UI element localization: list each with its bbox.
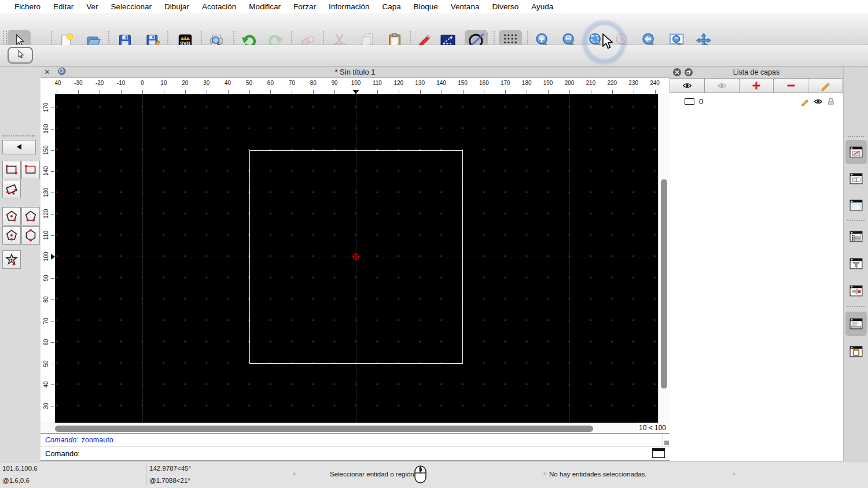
back-arrow-icon xyxy=(15,142,23,153)
menu-diverso[interactable]: Diverso xyxy=(486,2,525,11)
menu-acotacion[interactable]: Acotación xyxy=(196,2,242,11)
drawing-canvas[interactable] xyxy=(55,94,658,423)
menu-capa[interactable]: Capa xyxy=(376,2,407,11)
tool-polygon-2-vertices[interactable] xyxy=(21,207,40,225)
block-list-dock-button[interactable] xyxy=(845,167,867,191)
selection-filter-dock-button[interactable] xyxy=(845,252,867,276)
vruler-label: 110 xyxy=(43,231,49,240)
command-input[interactable]: Comando: xyxy=(41,446,670,461)
palette-back-button[interactable] xyxy=(2,140,36,154)
layer-visibility-eye-icon[interactable] xyxy=(814,97,823,106)
dock-drag-handle[interactable] xyxy=(848,136,864,138)
hruler-tick xyxy=(420,90,421,94)
tool-star[interactable] xyxy=(2,250,21,269)
hruler-label: 220 xyxy=(607,80,617,86)
palette-drag-handle[interactable] xyxy=(2,135,35,137)
menu-forzar[interactable]: Forzar xyxy=(287,2,322,11)
cursor-arrow-icon xyxy=(15,49,25,62)
command-window-toggle-button[interactable] xyxy=(652,448,665,458)
layer-list-window-icon xyxy=(848,145,864,160)
hruler-label: 10 xyxy=(160,80,167,86)
hruler-tick xyxy=(121,90,122,94)
layer-lock-icon[interactable] xyxy=(827,97,835,106)
hruler-tick xyxy=(442,90,442,94)
add-layer-button[interactable] xyxy=(739,78,774,93)
status-dot xyxy=(543,472,546,475)
layer-edit-pencil-icon[interactable] xyxy=(801,97,810,106)
clipboard-dock-button[interactable] xyxy=(845,339,867,364)
hruler-tick xyxy=(185,90,186,94)
vruler-label: 170 xyxy=(43,103,49,112)
remove-layer-button[interactable] xyxy=(773,78,808,93)
layer-row[interactable]: 0 xyxy=(670,95,843,107)
tool-rectangle-corner-size[interactable] xyxy=(21,161,40,179)
hruler-label: 120 xyxy=(393,80,403,86)
layer-list-dock-button[interactable] xyxy=(845,140,867,164)
vertical-scrollbar-thumb[interactable] xyxy=(661,179,667,389)
command-line-dock-button[interactable] xyxy=(845,312,867,336)
block-preview-dock-button[interactable] xyxy=(845,279,867,303)
tool-polygon-center-vertex[interactable] xyxy=(2,207,21,225)
hruler-label: -40 xyxy=(55,80,61,86)
hruler-tick xyxy=(569,90,570,94)
clipboard-window-icon xyxy=(848,344,864,360)
tool-rectangle-3-points[interactable] xyxy=(2,180,21,198)
menu-ventana[interactable]: Ventana xyxy=(444,2,486,11)
show-all-layers-button[interactable] xyxy=(670,78,705,93)
vruler-label: 90 xyxy=(43,273,49,283)
rectangle-corner-size-icon xyxy=(23,162,38,178)
menu-ver[interactable]: Ver xyxy=(80,2,104,11)
menu-ayuda[interactable]: Ayuda xyxy=(525,2,560,11)
vruler-label: 40 xyxy=(43,380,49,389)
hruler-label: 240 xyxy=(650,80,660,86)
edit-layer-button[interactable] xyxy=(808,78,843,93)
meta-grid-line xyxy=(142,94,143,423)
hruler-tick xyxy=(591,90,591,94)
horizontal-scrollbar-thumb[interactable] xyxy=(55,426,593,432)
panel-detach-icon[interactable] xyxy=(685,68,693,76)
entity-list-dock-button[interactable] xyxy=(845,224,867,249)
menu-dibujar[interactable]: Dibujar xyxy=(158,2,196,11)
star-icon xyxy=(4,252,19,267)
tool-polygon-vertex-vertex[interactable] xyxy=(21,226,40,245)
hruler-tick xyxy=(505,90,506,94)
hide-all-layers-button[interactable] xyxy=(704,78,740,93)
layer-panel-title: Lista de capas xyxy=(670,68,843,76)
vruler-label: 80 xyxy=(43,295,49,304)
hruler-label: -10 xyxy=(117,80,125,86)
eye-gray-icon xyxy=(717,81,727,90)
status-dot xyxy=(733,472,735,475)
library-browser-dock-button[interactable] xyxy=(845,193,867,217)
panel-close-icon[interactable] xyxy=(673,68,681,76)
vruler-label: 140 xyxy=(43,167,49,176)
vertical-scrollbar[interactable] xyxy=(658,94,670,423)
command-prompt-label: Comando: xyxy=(45,449,80,458)
menu-seleccionar[interactable]: Seleccionar xyxy=(105,2,159,11)
menu-editar[interactable]: Editar xyxy=(47,2,80,11)
current-tool-select-button[interactable] xyxy=(8,47,33,64)
command-history-scrollbar[interactable] xyxy=(663,433,670,446)
menu-bloque[interactable]: Bloque xyxy=(407,2,444,11)
mouse-cursor-arrow xyxy=(601,33,613,53)
tool-polygon-center-side[interactable] xyxy=(2,226,21,245)
menu-modificar[interactable]: Modificar xyxy=(242,2,287,11)
menu-fichero[interactable]: Fichero xyxy=(8,2,47,11)
hruler-tick xyxy=(228,90,229,94)
horizontal-ruler: -40-30-20-100102030405060708090100110120… xyxy=(55,78,670,94)
menu-informacion[interactable]: Información xyxy=(322,2,376,11)
vruler-tick xyxy=(51,129,54,130)
hruler-tick xyxy=(527,90,527,94)
vruler-label: 150 xyxy=(43,146,49,155)
hruler-label: 230 xyxy=(628,80,638,86)
polar-relative-coordinates: @1.7088<21° xyxy=(149,477,190,484)
hruler-tick xyxy=(612,90,613,94)
horizontal-scrollbar[interactable] xyxy=(41,423,637,433)
tool-rectangle-2-corners[interactable] xyxy=(2,161,21,179)
hruler-tick xyxy=(334,90,335,94)
vruler-tick xyxy=(51,300,54,300)
hruler-label: 40 xyxy=(225,80,231,86)
filter-funnel-window-icon xyxy=(848,256,864,272)
command-history: Comando: zoomauto xyxy=(41,433,670,446)
vruler-label: 60 xyxy=(43,338,49,347)
block-list-window-icon xyxy=(848,171,864,187)
